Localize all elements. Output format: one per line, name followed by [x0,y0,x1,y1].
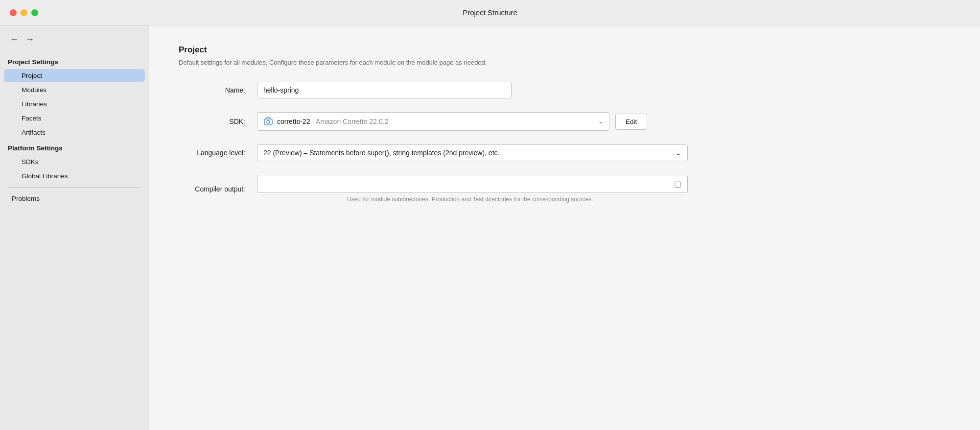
sidebar-item-sdks[interactable]: SDKs [4,155,145,168]
language-level-chevron-icon: ⌄ [676,149,681,157]
title-bar: Project Structure [0,0,980,25]
edit-sdk-button[interactable]: Edit [615,114,647,130]
language-level-row: Language level: 22 (Preview) – Statement… [179,144,951,161]
sdk-version: Amazon Corretto 22.0.2 [314,118,389,125]
sidebar-item-artifacts[interactable]: Artifacts [4,126,145,139]
sdk-dropdown[interactable]: corretto-22 Amazon Corretto 22.0.2 ⌄ [257,112,609,131]
compiler-input-wrapper: ▢ [257,175,688,193]
language-level-dropdown[interactable]: 22 (Preview) – Statements before super()… [257,144,688,161]
chevron-down-icon: ⌄ [598,118,603,125]
svg-point-1 [267,120,270,123]
main-layout: ← → Project Settings Project Modules Lib… [0,25,980,430]
compiler-output-section: ▢ Used for module subdirectories, Produc… [257,175,688,203]
sidebar-item-problems[interactable]: Problems [4,192,145,205]
sdk-controls: corretto-22 Amazon Corretto 22.0.2 ⌄ Edi… [257,112,647,131]
close-button[interactable] [10,9,17,16]
svg-rect-0 [264,119,272,125]
window-controls [10,9,38,16]
content-area: Project Default settings for all modules… [149,25,980,430]
maximize-button[interactable] [31,9,38,16]
project-settings-label: Project Settings [0,53,149,69]
sidebar-divider [8,187,141,188]
folder-icon[interactable]: ▢ [674,179,681,189]
sidebar-item-facets[interactable]: Facets [4,112,145,125]
sidebar-nav: ← → [0,33,149,53]
compiler-output-row: Compiler output: ▢ Used for module subdi… [179,175,951,203]
name-input[interactable] [257,82,512,98]
sidebar-item-project[interactable]: Project [4,69,145,82]
sidebar-item-modules[interactable]: Modules [4,83,145,96]
window-title: Project Structure [463,8,517,17]
forward-button[interactable]: → [23,33,36,46]
section-description: Default settings for all modules. Config… [179,59,619,66]
section-title: Project [179,45,951,55]
language-level-value: 22 (Preview) – Statements before super()… [263,149,499,157]
platform-settings-label: Platform Settings [0,140,149,155]
name-label: Name: [179,86,257,94]
compiler-output-hint: Used for module subdirectories, Producti… [347,196,688,203]
sdk-row: SDK: corretto-22 Amazon Corretto 22.0.2 [179,112,951,131]
compiler-output-input[interactable] [263,180,674,188]
corretto-icon [263,117,273,126]
compiler-output-label: Compiler output: [179,185,257,193]
sdk-label: SDK: [179,118,257,125]
name-row: Name: [179,82,951,98]
sidebar-item-global-libraries[interactable]: Global Libraries [4,169,145,183]
minimize-button[interactable] [21,9,27,16]
sidebar-item-libraries[interactable]: Libraries [4,97,145,111]
language-level-label: Language level: [179,149,257,157]
sdk-name: corretto-22 [277,118,310,125]
sidebar: ← → Project Settings Project Modules Lib… [0,25,149,430]
back-button[interactable]: ← [8,33,21,46]
